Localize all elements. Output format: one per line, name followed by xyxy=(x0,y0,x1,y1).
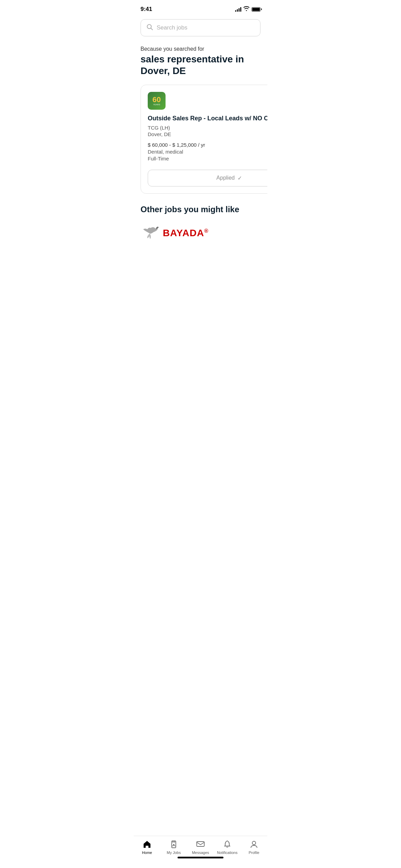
signal-bars-icon xyxy=(235,7,241,12)
status-icons xyxy=(235,6,260,12)
logo-number: 60 xyxy=(153,96,161,104)
status-bar: 9:41 xyxy=(134,0,267,16)
bayada-name-container: BAYADA® xyxy=(163,228,208,239)
searched-for-label: Because you searched for xyxy=(141,46,260,52)
bayada-registered-mark: ® xyxy=(204,228,209,234)
job-card-1-header: 60 YEARS ••• xyxy=(148,92,267,110)
svg-line-1 xyxy=(151,28,153,30)
search-results-header: Because you searched for sales represent… xyxy=(134,42,267,79)
job-cards-scroll[interactable]: 60 YEARS ••• Outside Sales Rep - Local L… xyxy=(134,79,267,199)
battery-fill xyxy=(252,8,260,11)
applied-label: Applied xyxy=(216,175,234,181)
check-icon: ✓ xyxy=(238,175,242,181)
bayada-brand-name: BAYADA® xyxy=(163,228,208,238)
status-time: 9:41 xyxy=(141,6,152,13)
logo-subtext: YEARS xyxy=(153,104,161,106)
svg-point-7 xyxy=(156,227,159,229)
wifi-icon xyxy=(243,6,250,12)
signal-bar-2 xyxy=(237,9,238,12)
search-container: Search jobs xyxy=(134,16,267,42)
company-logo-1: 60 YEARS xyxy=(148,92,166,110)
battery-icon xyxy=(252,7,260,12)
job-salary-1: $ 60,000 - $ 1,25,000 / yr xyxy=(148,142,267,148)
signal-bar-1 xyxy=(235,10,236,12)
job-title-1: Outside Sales Rep - Local Leads w/ NO CO… xyxy=(148,114,267,122)
bayada-logo-area[interactable]: BAYADA® xyxy=(134,224,267,243)
other-jobs-section: Other jobs you might like xyxy=(134,199,267,224)
signal-bar-4 xyxy=(240,7,241,12)
company-name-1: TCG (LH) xyxy=(148,125,267,131)
job-card-1[interactable]: 60 YEARS ••• Outside Sales Rep - Local L… xyxy=(141,85,267,193)
bayada-text: BAYADA xyxy=(163,228,204,238)
searched-query-text: sales representative in Dover, DE xyxy=(141,53,260,76)
other-jobs-title: Other jobs you might like xyxy=(141,205,260,214)
signal-bar-3 xyxy=(239,8,240,12)
job-benefits-1: Dental, medical xyxy=(148,149,267,155)
search-bar[interactable]: Search jobs xyxy=(141,19,260,36)
applied-button-1[interactable]: Applied ✓ xyxy=(148,170,267,186)
search-icon xyxy=(146,24,153,32)
job-type-1: Full-Time xyxy=(148,156,267,161)
bayada-bird-icon xyxy=(141,224,159,243)
job-location-1: Dover, DE xyxy=(148,131,267,137)
search-input-placeholder[interactable]: Search jobs xyxy=(157,24,187,31)
